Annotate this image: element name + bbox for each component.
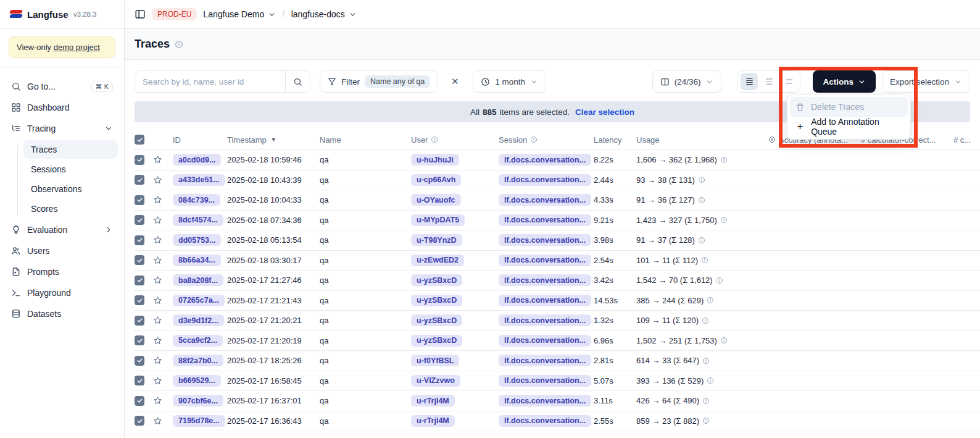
sidebar-toggle-icon[interactable]	[135, 9, 146, 20]
row-checkbox[interactable]	[135, 235, 144, 245]
row-checkbox[interactable]	[135, 215, 144, 225]
actions-button[interactable]: Actions	[813, 70, 876, 93]
column-header-usage[interactable]: Usage	[636, 135, 768, 145]
trace-id-badge[interactable]: d3e9d1f2...	[173, 314, 224, 326]
sidebar-item-observations[interactable]: Observations	[23, 180, 118, 198]
user-badge[interactable]: u-T98YnzD	[411, 234, 462, 246]
trace-id-badge[interactable]: 7195d78e...	[173, 415, 225, 427]
session-badge[interactable]: lf.docs.conversation...	[499, 314, 591, 326]
column-visibility-button[interactable]: (24/36)	[652, 70, 722, 93]
sidebar-item-datasets[interactable]: Datasets	[6, 303, 118, 324]
user-badge[interactable]: u-VIZzvwo	[411, 375, 460, 387]
info-icon[interactable]	[707, 297, 714, 304]
user-badge[interactable]: u-huJhuJi	[411, 154, 459, 166]
row-checkbox[interactable]	[135, 175, 144, 185]
info-icon[interactable]	[702, 417, 710, 424]
sidebar-item-users[interactable]: Users	[6, 240, 118, 261]
trace-id-badge[interactable]: 07265c7a...	[173, 295, 225, 306]
trace-id-badge[interactable]: b669529...	[173, 375, 221, 387]
user-badge[interactable]: u-f0YfBSL	[411, 355, 459, 366]
user-badge[interactable]: u-rTrjI4M	[411, 415, 455, 427]
trace-id-badge[interactable]: 8dcf4574...	[173, 214, 223, 226]
user-badge[interactable]: u-OYauofc	[411, 194, 461, 206]
row-checkbox[interactable]	[135, 195, 144, 205]
sidebar-item-sessions[interactable]: Sessions	[23, 160, 118, 179]
table-row[interactable]: 88f2a7b0... 2025-02-17 18:25:26 qa u-f0Y…	[135, 351, 980, 371]
row-checkbox[interactable]	[135, 396, 144, 406]
user-badge[interactable]: u-zEwdED2	[411, 255, 464, 266]
org-selector[interactable]: Langfuse Demo	[203, 9, 276, 19]
table-row[interactable]: 8dcf4574... 2025-02-18 07:34:36 qa u-MYp…	[135, 211, 980, 231]
session-badge[interactable]: lf.docs.conversation...	[499, 255, 591, 266]
session-badge[interactable]: lf.docs.conversation...	[499, 274, 591, 286]
session-badge[interactable]: lf.docs.conversation...	[499, 335, 591, 347]
info-icon[interactable]	[698, 196, 705, 204]
export-selection-button[interactable]: Export selection	[882, 70, 970, 93]
filter-button[interactable]: Filter Name any of qa	[320, 70, 438, 93]
clear-filter-button[interactable]: ✕	[446, 72, 464, 91]
row-height-medium-button[interactable]	[760, 73, 778, 90]
row-checkbox[interactable]	[135, 316, 144, 326]
session-badge[interactable]: lf.docs.conversation...	[499, 295, 591, 306]
column-header-latency[interactable]: Latency	[594, 135, 636, 145]
table-row[interactable]: ba8a208f... 2025-02-17 21:27:46 qa u-yzS…	[135, 271, 980, 291]
project-selector[interactable]: langfuse-docs	[291, 9, 357, 19]
trace-id-badge[interactable]: a0cd0d9...	[173, 154, 221, 166]
sidebar-item-evaluation[interactable]: Evaluation	[6, 219, 118, 240]
session-badge[interactable]: lf.docs.conversation...	[499, 194, 591, 206]
table-row[interactable]: dd05753... 2025-02-18 05:13:54 qa u-T98Y…	[135, 230, 980, 251]
user-badge[interactable]: u-cp66Avh	[411, 174, 461, 186]
sidebar-item-tracing[interactable]: Tracing	[6, 118, 118, 139]
star-icon[interactable]	[153, 316, 162, 325]
trace-id-badge[interactable]: dd05753...	[173, 234, 221, 246]
table-row[interactable]: 084c739... 2025-02-18 10:04:33 qa u-OYau…	[135, 190, 980, 211]
trace-id-badge[interactable]: 907cbf6e...	[173, 395, 223, 406]
row-checkbox[interactable]	[135, 356, 144, 366]
info-icon[interactable]	[720, 156, 728, 164]
user-badge[interactable]: u-yzSBxcD	[411, 314, 462, 326]
row-checkbox[interactable]	[135, 255, 144, 265]
user-badge[interactable]: u-rTrjI4M	[411, 395, 455, 406]
star-icon[interactable]	[153, 336, 162, 345]
user-badge[interactable]: u-yzSBxcD	[411, 274, 462, 286]
star-icon[interactable]	[153, 256, 162, 265]
user-badge[interactable]: u-MYpDAT5	[411, 214, 465, 226]
table-row[interactable]: d3e9d1f2... 2025-02-17 21:20:21 qa u-yzS…	[135, 311, 980, 331]
time-range-selector[interactable]: 1 month	[473, 70, 546, 93]
trace-id-badge[interactable]: ba8a208f...	[173, 274, 223, 286]
info-icon[interactable]	[707, 377, 714, 384]
trace-id-badge[interactable]: a433de51...	[173, 174, 225, 186]
table-row[interactable]: 7195d78e... 2025-02-17 16:36:43 qa u-rTr…	[135, 411, 980, 432]
info-icon[interactable]	[702, 397, 710, 405]
star-icon[interactable]	[153, 235, 162, 245]
sidebar-item-goto[interactable]: Go to... ⌘ K	[6, 76, 118, 97]
table-row[interactable]: 07265c7a... 2025-02-17 21:21:43 qa u-yzS…	[135, 291, 980, 311]
row-checkbox[interactable]	[135, 376, 144, 385]
trace-id-badge[interactable]: 88f2a7b0...	[173, 355, 223, 366]
star-icon[interactable]	[153, 195, 162, 204]
row-checkbox[interactable]	[135, 155, 144, 165]
column-header-session[interactable]: Session	[499, 135, 594, 145]
demo-project-link[interactable]: demo project	[54, 43, 100, 52]
star-icon[interactable]	[153, 376, 162, 385]
info-icon[interactable]	[175, 40, 183, 49]
session-badge[interactable]: lf.docs.conversation...	[499, 214, 591, 226]
search-button[interactable]	[285, 71, 310, 92]
column-header-timestamp[interactable]: Timestamp▼	[227, 135, 320, 145]
clear-selection-link[interactable]: Clear selection	[575, 107, 634, 117]
menu-item-add-to-annotation-queue[interactable]: + Add to Annotation Queue	[790, 117, 908, 137]
column-header-name[interactable]: Name	[320, 135, 411, 145]
star-icon[interactable]	[153, 276, 162, 285]
sidebar-item-dashboard[interactable]: Dashboard	[6, 97, 118, 118]
trace-id-badge[interactable]: 5cca9cf2...	[173, 335, 223, 347]
session-badge[interactable]: lf.docs.conversation...	[499, 415, 591, 427]
row-checkbox[interactable]	[135, 416, 144, 426]
star-icon[interactable]	[153, 175, 162, 185]
star-icon[interactable]	[153, 296, 162, 305]
sidebar-item-scores[interactable]: Scores	[23, 200, 118, 218]
session-badge[interactable]: lf.docs.conversation...	[499, 154, 591, 166]
table-row[interactable]: 8b66a34... 2025-02-18 03:30:17 qa u-zEwd…	[135, 251, 980, 271]
trace-id-badge[interactable]: 084c739...	[173, 194, 220, 206]
sidebar-item-prompts[interactable]: Prompts	[6, 261, 118, 282]
row-checkbox[interactable]	[135, 295, 144, 305]
